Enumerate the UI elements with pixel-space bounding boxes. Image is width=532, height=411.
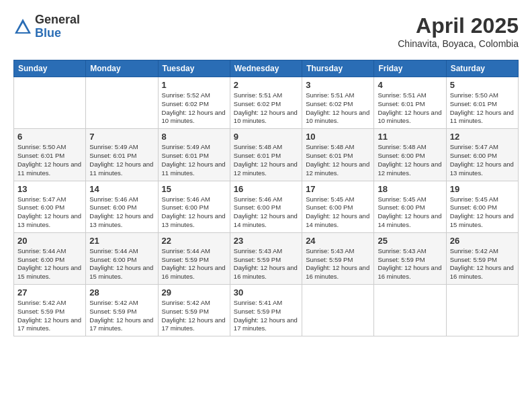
calendar-cell: 8Sunrise: 5:49 AM Sunset: 6:01 PM Daylig… <box>158 129 230 181</box>
calendar-header-row: SundayMondayTuesdayWednesdayThursdayFrid… <box>14 60 519 77</box>
location: Chinavita, Boyaca, Colombia <box>398 38 519 49</box>
calendar-cell: 22Sunrise: 5:44 AM Sunset: 5:59 PM Dayli… <box>158 232 230 284</box>
title-block: April 2025 Chinavita, Boyaca, Colombia <box>398 13 519 49</box>
day-info: Sunrise: 5:45 AM Sunset: 6:00 PM Dayligh… <box>306 195 370 230</box>
day-number: 19 <box>450 184 515 194</box>
day-number: 23 <box>234 236 298 246</box>
calendar-cell: 28Sunrise: 5:42 AM Sunset: 5:59 PM Dayli… <box>86 285 158 336</box>
day-info: Sunrise: 5:42 AM Sunset: 5:59 PM Dayligh… <box>450 247 515 281</box>
day-of-week-header: Sunday <box>14 60 86 77</box>
day-number: 11 <box>378 132 442 142</box>
day-of-week-header: Tuesday <box>158 60 230 77</box>
day-number: 5 <box>450 80 515 90</box>
day-number: 22 <box>162 236 226 246</box>
calendar-week-row: 6Sunrise: 5:50 AM Sunset: 6:01 PM Daylig… <box>14 129 519 181</box>
day-info: Sunrise: 5:45 AM Sunset: 6:00 PM Dayligh… <box>378 195 442 230</box>
day-info: Sunrise: 5:44 AM Sunset: 5:59 PM Dayligh… <box>162 247 226 281</box>
day-of-week-header: Friday <box>374 60 446 77</box>
page-header: General Blue April 2025 Chinavita, Boyac… <box>13 13 519 49</box>
day-info: Sunrise: 5:48 AM Sunset: 6:01 PM Dayligh… <box>234 143 298 177</box>
calendar-cell: 26Sunrise: 5:42 AM Sunset: 5:59 PM Dayli… <box>446 232 518 284</box>
day-number: 25 <box>378 236 442 246</box>
calendar-cell: 21Sunrise: 5:44 AM Sunset: 6:00 PM Dayli… <box>86 232 158 284</box>
day-number: 6 <box>17 132 82 142</box>
day-number: 7 <box>89 132 154 142</box>
calendar-cell: 9Sunrise: 5:48 AM Sunset: 6:01 PM Daylig… <box>230 129 302 181</box>
day-info: Sunrise: 5:44 AM Sunset: 6:00 PM Dayligh… <box>17 247 82 281</box>
day-number: 18 <box>378 184 442 194</box>
calendar-cell: 30Sunrise: 5:41 AM Sunset: 5:59 PM Dayli… <box>230 285 302 336</box>
calendar-week-row: 20Sunrise: 5:44 AM Sunset: 6:00 PM Dayli… <box>14 232 519 284</box>
calendar-cell <box>446 285 518 336</box>
day-number: 13 <box>17 184 82 194</box>
day-info: Sunrise: 5:45 AM Sunset: 6:00 PM Dayligh… <box>450 195 515 230</box>
day-info: Sunrise: 5:51 AM Sunset: 6:02 PM Dayligh… <box>234 91 298 126</box>
day-number: 2 <box>234 80 298 90</box>
day-info: Sunrise: 5:47 AM Sunset: 6:00 PM Dayligh… <box>450 143 515 177</box>
day-number: 14 <box>89 184 154 194</box>
day-number: 17 <box>306 184 370 194</box>
day-number: 1 <box>162 80 226 90</box>
calendar-cell: 19Sunrise: 5:45 AM Sunset: 6:00 PM Dayli… <box>446 181 518 232</box>
day-info: Sunrise: 5:48 AM Sunset: 6:00 PM Dayligh… <box>378 143 442 177</box>
day-number: 27 <box>17 287 82 298</box>
day-number: 21 <box>89 236 154 246</box>
day-number: 20 <box>17 236 82 246</box>
calendar-cell: 15Sunrise: 5:46 AM Sunset: 6:00 PM Dayli… <box>158 181 230 232</box>
calendar-cell: 4Sunrise: 5:51 AM Sunset: 6:01 PM Daylig… <box>374 77 446 129</box>
calendar-cell: 18Sunrise: 5:45 AM Sunset: 6:00 PM Dayli… <box>374 181 446 232</box>
calendar-cell: 14Sunrise: 5:46 AM Sunset: 6:00 PM Dayli… <box>86 181 158 232</box>
day-number: 8 <box>162 132 226 142</box>
calendar-cell: 6Sunrise: 5:50 AM Sunset: 6:01 PM Daylig… <box>14 129 86 181</box>
day-number: 4 <box>378 80 442 90</box>
month-year: April 2025 <box>398 13 519 38</box>
calendar-cell: 3Sunrise: 5:51 AM Sunset: 6:02 PM Daylig… <box>302 77 374 129</box>
calendar-cell: 1Sunrise: 5:52 AM Sunset: 6:02 PM Daylig… <box>158 77 230 129</box>
calendar-cell: 25Sunrise: 5:43 AM Sunset: 5:59 PM Dayli… <box>374 232 446 284</box>
day-of-week-header: Saturday <box>446 60 518 77</box>
logo-general-text: General <box>35 13 80 27</box>
day-info: Sunrise: 5:42 AM Sunset: 5:59 PM Dayligh… <box>17 299 82 333</box>
calendar-cell: 17Sunrise: 5:45 AM Sunset: 6:00 PM Dayli… <box>302 181 374 232</box>
day-info: Sunrise: 5:44 AM Sunset: 6:00 PM Dayligh… <box>89 247 154 281</box>
calendar-cell <box>86 77 158 129</box>
calendar-cell <box>14 77 86 129</box>
day-number: 26 <box>450 236 515 246</box>
calendar-cell: 7Sunrise: 5:49 AM Sunset: 6:01 PM Daylig… <box>86 129 158 181</box>
calendar-cell: 13Sunrise: 5:47 AM Sunset: 6:00 PM Dayli… <box>14 181 86 232</box>
day-info: Sunrise: 5:48 AM Sunset: 6:01 PM Dayligh… <box>306 143 370 177</box>
day-info: Sunrise: 5:41 AM Sunset: 5:59 PM Dayligh… <box>234 299 298 333</box>
day-number: 12 <box>450 132 515 142</box>
logo: General Blue <box>13 13 80 40</box>
calendar-week-row: 27Sunrise: 5:42 AM Sunset: 5:59 PM Dayli… <box>14 285 519 336</box>
calendar-cell: 10Sunrise: 5:48 AM Sunset: 6:01 PM Dayli… <box>302 129 374 181</box>
calendar-table: SundayMondayTuesdayWednesdayThursdayFrid… <box>13 60 519 336</box>
day-info: Sunrise: 5:49 AM Sunset: 6:01 PM Dayligh… <box>162 143 226 177</box>
logo-text: General Blue <box>35 13 80 40</box>
calendar-cell: 24Sunrise: 5:43 AM Sunset: 5:59 PM Dayli… <box>302 232 374 284</box>
calendar-cell: 5Sunrise: 5:50 AM Sunset: 6:01 PM Daylig… <box>446 77 518 129</box>
day-info: Sunrise: 5:47 AM Sunset: 6:00 PM Dayligh… <box>17 195 82 230</box>
day-info: Sunrise: 5:42 AM Sunset: 5:59 PM Dayligh… <box>162 299 226 333</box>
calendar-cell: 23Sunrise: 5:43 AM Sunset: 5:59 PM Dayli… <box>230 232 302 284</box>
day-info: Sunrise: 5:50 AM Sunset: 6:01 PM Dayligh… <box>17 143 82 177</box>
day-of-week-header: Wednesday <box>230 60 302 77</box>
day-info: Sunrise: 5:52 AM Sunset: 6:02 PM Dayligh… <box>162 91 226 126</box>
day-info: Sunrise: 5:43 AM Sunset: 5:59 PM Dayligh… <box>378 247 442 281</box>
calendar-cell <box>302 285 374 336</box>
calendar-cell <box>374 285 446 336</box>
day-number: 16 <box>234 184 298 194</box>
day-of-week-header: Thursday <box>302 60 374 77</box>
calendar-cell: 11Sunrise: 5:48 AM Sunset: 6:00 PM Dayli… <box>374 129 446 181</box>
day-info: Sunrise: 5:49 AM Sunset: 6:01 PM Dayligh… <box>89 143 154 177</box>
day-info: Sunrise: 5:46 AM Sunset: 6:00 PM Dayligh… <box>89 195 154 230</box>
calendar-cell: 27Sunrise: 5:42 AM Sunset: 5:59 PM Dayli… <box>14 285 86 336</box>
day-info: Sunrise: 5:46 AM Sunset: 6:00 PM Dayligh… <box>234 195 298 230</box>
day-info: Sunrise: 5:43 AM Sunset: 5:59 PM Dayligh… <box>234 247 298 281</box>
day-number: 30 <box>234 287 298 298</box>
day-info: Sunrise: 5:42 AM Sunset: 5:59 PM Dayligh… <box>89 299 154 333</box>
day-number: 29 <box>162 287 226 298</box>
calendar-week-row: 1Sunrise: 5:52 AM Sunset: 6:02 PM Daylig… <box>14 77 519 129</box>
calendar-cell: 12Sunrise: 5:47 AM Sunset: 6:00 PM Dayli… <box>446 129 518 181</box>
day-info: Sunrise: 5:46 AM Sunset: 6:00 PM Dayligh… <box>162 195 226 230</box>
